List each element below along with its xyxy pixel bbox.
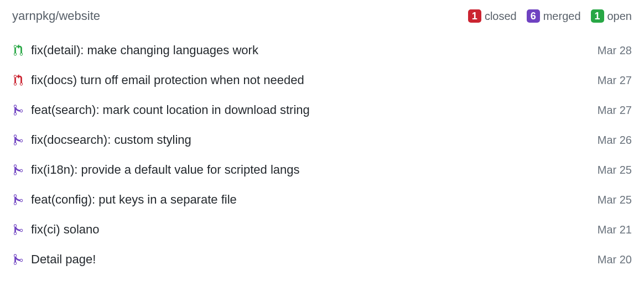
status-merged[interactable]: 6 merged — [527, 9, 581, 23]
pr-date: Mar 28 — [598, 44, 632, 57]
pr-open-icon — [12, 44, 24, 56]
header: yarnpkg/website 1 closed 6 merged 1 open — [12, 9, 632, 23]
pr-title: fix(i18n): provide a default value for s… — [31, 163, 589, 177]
open-count-badge: 1 — [591, 9, 604, 23]
pr-title: Detail page! — [31, 252, 589, 267]
merged-label: merged — [543, 10, 581, 23]
status-open[interactable]: 1 open — [591, 9, 632, 23]
pr-title: fix(detail): make changing languages wor… — [31, 43, 589, 58]
pr-closed-icon — [12, 74, 24, 86]
open-label: open — [607, 10, 632, 23]
pr-title: fix(docs) turn off email protection when… — [31, 73, 589, 87]
pull-request-row[interactable]: Detail page!Mar 20 — [12, 245, 632, 274]
pull-request-row[interactable]: feat(config): put keys in a separate fil… — [12, 185, 632, 215]
pr-date: Mar 26 — [598, 134, 632, 147]
status-counts: 1 closed 6 merged 1 open — [468, 9, 632, 23]
pr-date: Mar 21 — [598, 224, 632, 236]
pull-request-row[interactable]: fix(docsearch): custom stylingMar 26 — [12, 125, 632, 155]
pr-date: Mar 25 — [598, 194, 632, 206]
pr-date: Mar 27 — [598, 104, 632, 117]
pr-title: fix(docsearch): custom styling — [31, 133, 589, 147]
pr-merged-icon — [12, 104, 24, 116]
pr-merged-icon — [12, 134, 24, 146]
pull-request-row[interactable]: fix(i18n): provide a default value for s… — [12, 155, 632, 185]
pull-request-row[interactable]: fix(ci) solanoMar 21 — [12, 215, 632, 245]
closed-count-badge: 1 — [468, 9, 481, 23]
pr-title: fix(ci) solano — [31, 222, 589, 237]
pr-date: Mar 27 — [598, 74, 632, 87]
pull-request-row[interactable]: fix(docs) turn off email protection when… — [12, 65, 632, 95]
pull-request-row[interactable]: feat(search): mark count location in dow… — [12, 95, 632, 125]
pr-merged-icon — [12, 253, 24, 266]
pull-request-row[interactable]: fix(detail): make changing languages wor… — [12, 35, 632, 65]
pr-date: Mar 20 — [598, 253, 632, 266]
pr-merged-icon — [12, 164, 24, 176]
pr-date: Mar 25 — [598, 164, 632, 176]
repo-title[interactable]: yarnpkg/website — [12, 9, 100, 23]
pr-merged-icon — [12, 224, 24, 236]
pr-title: feat(search): mark count location in dow… — [31, 103, 589, 117]
merged-count-badge: 6 — [527, 9, 540, 23]
status-closed[interactable]: 1 closed — [468, 9, 517, 23]
pr-title: feat(config): put keys in a separate fil… — [31, 193, 589, 207]
pull-request-list: fix(detail): make changing languages wor… — [12, 35, 632, 274]
closed-label: closed — [485, 10, 517, 23]
pr-merged-icon — [12, 194, 24, 206]
